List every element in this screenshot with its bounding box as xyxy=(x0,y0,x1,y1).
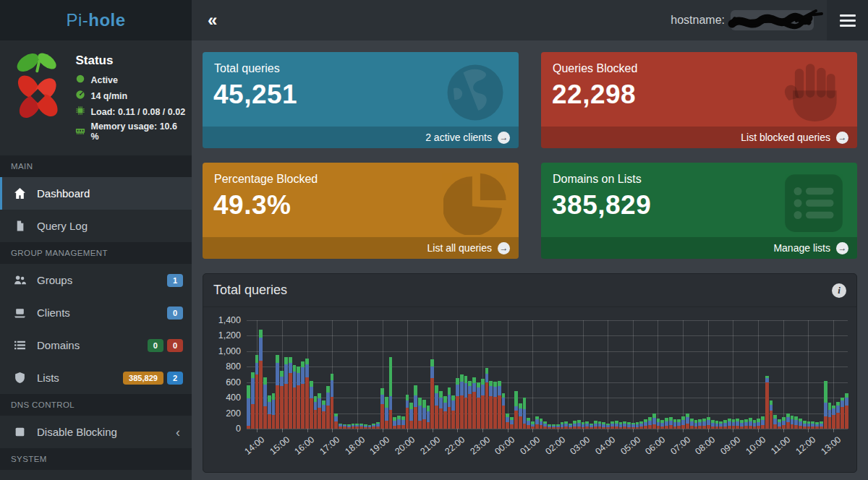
chart-bar[interactable] xyxy=(623,421,626,429)
chart-bar[interactable] xyxy=(352,424,355,429)
chart-bar[interactable] xyxy=(397,416,401,429)
chart-bar[interactable] xyxy=(582,422,585,429)
hamburger-menu-icon[interactable] xyxy=(827,0,868,40)
chart-bar[interactable] xyxy=(615,421,618,429)
chart-bar[interactable] xyxy=(485,368,489,429)
chart-bar[interactable] xyxy=(799,419,802,429)
chart-bar[interactable] xyxy=(711,420,715,429)
chart-bar[interactable] xyxy=(690,419,694,429)
chart-bar[interactable] xyxy=(719,421,723,429)
chart-bar[interactable] xyxy=(786,413,790,429)
chart-bar[interactable] xyxy=(665,418,668,429)
chart-bar[interactable] xyxy=(448,387,451,429)
chart-bar[interactable] xyxy=(594,421,597,429)
chart-bar[interactable] xyxy=(439,391,443,429)
chart-bar[interactable] xyxy=(744,419,748,429)
chart-bar[interactable] xyxy=(845,393,848,429)
chart-bar[interactable] xyxy=(401,416,405,429)
chart-bar[interactable] xyxy=(498,381,501,429)
chart-bar[interactable] xyxy=(293,365,297,429)
chart-bar[interactable] xyxy=(493,382,497,429)
chart-bar[interactable] xyxy=(736,419,739,429)
chart-bar[interactable] xyxy=(753,420,757,429)
chart-bar[interactable] xyxy=(289,357,292,429)
chart-bar[interactable] xyxy=(590,424,593,429)
chart-bar[interactable] xyxy=(406,395,409,429)
chart-bar[interactable] xyxy=(506,413,509,429)
chart-bar[interactable] xyxy=(815,422,819,429)
chart-bar[interactable] xyxy=(376,422,380,429)
chart-bar[interactable] xyxy=(301,361,305,429)
chart-bar[interactable] xyxy=(297,367,300,429)
chart-bar[interactable] xyxy=(372,424,375,429)
sidebar-item-clients[interactable]: Clients0 xyxy=(0,296,192,329)
chart-bar[interactable] xyxy=(761,416,765,429)
chart-bar[interactable] xyxy=(527,418,530,429)
chart-bar[interactable] xyxy=(435,385,438,429)
chart-bar[interactable] xyxy=(305,359,309,429)
chart-bar[interactable] xyxy=(251,372,255,429)
chart-bar[interactable] xyxy=(489,381,493,429)
info-icon[interactable]: i xyxy=(832,283,846,298)
chart-bar[interactable] xyxy=(702,419,706,429)
chart-bar[interactable] xyxy=(598,421,602,429)
chart-bar[interactable] xyxy=(460,374,464,429)
chart-bar[interactable] xyxy=(443,396,447,429)
chart-bar[interactable] xyxy=(832,406,835,429)
chart-bar[interactable] xyxy=(355,424,359,429)
chart-bar[interactable] xyxy=(543,421,547,429)
chart-bar[interactable] xyxy=(477,382,480,429)
chart-bar[interactable] xyxy=(573,421,576,429)
chart-bar[interactable] xyxy=(385,397,388,429)
chart-bar[interactable] xyxy=(427,406,430,429)
chart-bar[interactable] xyxy=(380,388,384,429)
chart-bar[interactable] xyxy=(836,402,840,429)
chart-bar[interactable] xyxy=(519,403,522,429)
chart-bar[interactable] xyxy=(451,395,455,429)
sidebar-item-groups[interactable]: Groups1 xyxy=(0,264,192,296)
chart-bar[interactable] xyxy=(310,381,313,429)
chart-bar[interactable] xyxy=(247,385,250,429)
chart-bar[interactable] xyxy=(606,424,610,429)
chart-bar[interactable] xyxy=(715,421,719,429)
sidebar-item-lists[interactable]: Lists385,8292 xyxy=(0,361,192,394)
chart-bar[interactable] xyxy=(698,419,702,429)
chart-bar[interactable] xyxy=(456,378,459,429)
chart-bar[interactable] xyxy=(409,403,413,429)
chart-bar[interactable] xyxy=(272,393,276,429)
chart-bar[interactable] xyxy=(284,357,288,429)
chart-bar[interactable] xyxy=(393,417,396,429)
chart-bar[interactable] xyxy=(773,415,777,429)
chart-bar[interactable] xyxy=(535,416,539,429)
chart-bar[interactable] xyxy=(531,421,535,429)
chart-bar[interactable] xyxy=(585,421,589,429)
chart-bar[interactable] xyxy=(728,419,731,429)
chart-bar[interactable] xyxy=(757,419,760,429)
chart-bar[interactable] xyxy=(468,381,472,429)
chart-bar[interactable] xyxy=(280,371,284,429)
sidebar-item-query-log[interactable]: Query Log xyxy=(0,210,192,242)
chart-bar[interactable] xyxy=(255,355,259,429)
chart-bar[interactable] xyxy=(276,355,279,429)
chart-bar[interactable] xyxy=(334,413,338,429)
chart-bar[interactable] xyxy=(631,423,635,429)
chart-bar[interactable] xyxy=(732,419,736,429)
chart-bar[interactable] xyxy=(561,422,564,429)
chart-bar[interactable] xyxy=(791,416,794,429)
chart-bar[interactable] xyxy=(610,421,614,429)
chart-bar[interactable] xyxy=(314,396,318,429)
chart-bar[interactable] xyxy=(841,398,844,429)
card-footer-link-manage-lists[interactable]: Manage lists→ xyxy=(541,237,857,259)
chart-bar[interactable] xyxy=(619,422,623,429)
chart-bar[interactable] xyxy=(389,357,393,429)
sidebar-item-disable-blocking[interactable]: Disable Blocking‹ xyxy=(0,416,192,448)
chart-bar[interactable] xyxy=(627,422,631,429)
chart-bar[interactable] xyxy=(510,417,514,429)
chart-bar[interactable] xyxy=(322,400,326,429)
chart-bar[interactable] xyxy=(472,377,476,429)
chart-bar[interactable] xyxy=(644,419,647,429)
chart-bar[interactable] xyxy=(824,381,827,429)
chart-bar[interactable] xyxy=(422,400,426,429)
chart-bar[interactable] xyxy=(765,376,769,429)
chart-bar[interactable] xyxy=(673,419,677,429)
